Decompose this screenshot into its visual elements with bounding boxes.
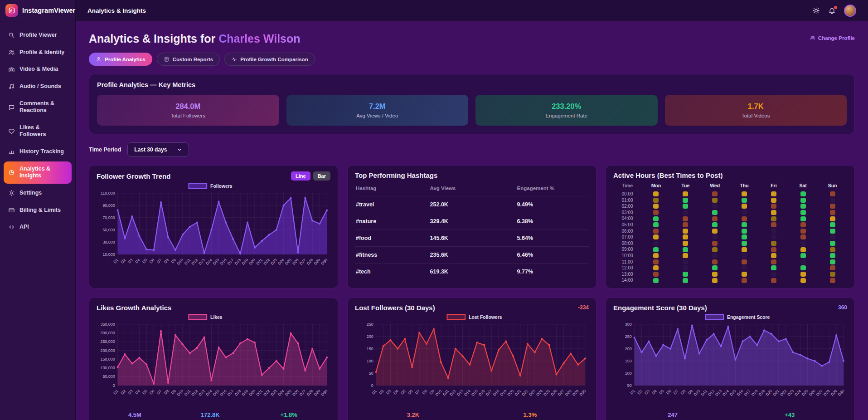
heatmap-cell[interactable] bbox=[830, 222, 835, 227]
heatmap-cell[interactable] bbox=[771, 247, 776, 252]
heatmap-cell[interactable] bbox=[683, 247, 688, 252]
heatmap-cell[interactable] bbox=[712, 222, 718, 227]
table-row[interactable]: #fitness235.6K6.46% bbox=[355, 247, 589, 264]
heatmap-cell[interactable] bbox=[742, 216, 747, 221]
table-row[interactable]: #nature329.4K6.38% bbox=[355, 213, 589, 230]
heatmap-cell[interactable] bbox=[800, 234, 806, 239]
heatmap-cell[interactable] bbox=[712, 204, 718, 209]
heatmap-cell[interactable] bbox=[653, 265, 659, 270]
heatmap-cell[interactable] bbox=[830, 247, 835, 252]
table-row[interactable]: #food145.6K5.64% bbox=[355, 230, 589, 247]
heatmap-cell[interactable] bbox=[712, 229, 718, 234]
heatmap-cell[interactable] bbox=[653, 191, 659, 196]
heatmap-cell[interactable] bbox=[653, 247, 659, 252]
line-toggle-button[interactable]: Line bbox=[291, 171, 310, 181]
heatmap-cell[interactable] bbox=[800, 204, 806, 209]
heatmap-cell[interactable] bbox=[800, 272, 806, 277]
tab-custom-reports[interactable]: Custom Reports bbox=[157, 53, 220, 66]
heatmap-cell[interactable] bbox=[830, 210, 835, 215]
heatmap-cell[interactable] bbox=[771, 222, 776, 227]
heatmap-cell[interactable] bbox=[742, 265, 747, 270]
sidebar-item-video-media[interactable]: Video & Media bbox=[4, 62, 72, 77]
sidebar-item-profile-viewer[interactable]: Profile Viewer bbox=[4, 28, 72, 43]
heatmap-cell[interactable] bbox=[742, 234, 747, 239]
heatmap-cell[interactable] bbox=[712, 210, 718, 215]
heatmap-cell[interactable] bbox=[800, 198, 806, 203]
heatmap-cell[interactable] bbox=[771, 229, 776, 234]
heatmap-cell[interactable] bbox=[830, 265, 835, 270]
app-logo[interactable]: InstagramViewer bbox=[0, 0, 75, 21]
heatmap-cell[interactable] bbox=[742, 247, 747, 252]
heatmap-cell[interactable] bbox=[800, 259, 806, 264]
heatmap-cell[interactable] bbox=[712, 265, 718, 270]
heatmap-cell[interactable] bbox=[771, 216, 776, 221]
heatmap-cell[interactable] bbox=[653, 241, 659, 246]
heatmap-cell[interactable] bbox=[800, 191, 806, 196]
theme-toggle-button[interactable] bbox=[812, 7, 820, 15]
heatmap-cell[interactable] bbox=[742, 204, 747, 209]
heatmap-cell[interactable] bbox=[683, 229, 688, 234]
heatmap-cell[interactable] bbox=[653, 198, 659, 203]
change-profile-link[interactable]: Change Profile bbox=[810, 35, 855, 41]
heatmap-cell[interactable] bbox=[712, 191, 718, 196]
heatmap-cell[interactable] bbox=[683, 259, 688, 264]
heatmap-cell[interactable] bbox=[712, 272, 718, 277]
heatmap-cell[interactable] bbox=[683, 222, 688, 227]
heatmap-cell[interactable] bbox=[800, 247, 806, 252]
heatmap-cell[interactable] bbox=[742, 198, 747, 203]
sidebar-item-audio-sounds[interactable]: Audio / Sounds bbox=[4, 79, 72, 94]
heatmap-cell[interactable] bbox=[830, 272, 835, 277]
heatmap-cell[interactable] bbox=[653, 278, 659, 283]
heatmap-cell[interactable] bbox=[771, 198, 776, 203]
sidebar-item-likes-followers[interactable]: Likes & Followers bbox=[4, 120, 72, 142]
heatmap-cell[interactable] bbox=[653, 272, 659, 277]
heatmap-cell[interactable] bbox=[830, 191, 835, 196]
heatmap-cell[interactable] bbox=[771, 259, 776, 264]
heatmap-cell[interactable] bbox=[712, 234, 718, 239]
heatmap-cell[interactable] bbox=[830, 229, 835, 234]
tab-profile-analytics[interactable]: Profile Analytics bbox=[89, 53, 152, 66]
heatmap-cell[interactable] bbox=[800, 241, 806, 246]
heatmap-cell[interactable] bbox=[683, 265, 688, 270]
user-avatar[interactable] bbox=[844, 5, 856, 17]
heatmap-cell[interactable] bbox=[653, 229, 659, 234]
heatmap-cell[interactable] bbox=[683, 204, 688, 209]
sidebar-item-settings[interactable]: Settings bbox=[4, 186, 72, 201]
heatmap-cell[interactable] bbox=[742, 222, 747, 227]
heatmap-cell[interactable] bbox=[830, 234, 835, 239]
heatmap-cell[interactable] bbox=[830, 216, 835, 221]
heatmap-cell[interactable] bbox=[742, 229, 747, 234]
heatmap-cell[interactable] bbox=[712, 278, 718, 283]
heatmap-cell[interactable] bbox=[683, 253, 688, 258]
heatmap-cell[interactable] bbox=[742, 253, 747, 258]
heatmap-cell[interactable] bbox=[712, 247, 718, 252]
tab-profile-growth-comparison[interactable]: Profile Growth Comparison bbox=[224, 53, 315, 66]
heatmap-cell[interactable] bbox=[830, 241, 835, 246]
heatmap-cell[interactable] bbox=[771, 234, 776, 239]
heatmap-cell[interactable] bbox=[742, 210, 747, 215]
table-row[interactable]: #tech619.3K9.77% bbox=[355, 264, 589, 280]
heatmap-cell[interactable] bbox=[771, 278, 776, 283]
heatmap-cell[interactable] bbox=[800, 210, 806, 215]
heatmap-cell[interactable] bbox=[683, 278, 688, 283]
heatmap-cell[interactable] bbox=[771, 191, 776, 196]
heatmap-cell[interactable] bbox=[683, 191, 688, 196]
heatmap-cell[interactable] bbox=[771, 210, 776, 215]
heatmap-cell[interactable] bbox=[800, 222, 806, 227]
heatmap-cell[interactable] bbox=[712, 259, 718, 264]
sidebar-item-api[interactable]: API bbox=[4, 220, 72, 235]
heatmap-cell[interactable] bbox=[712, 241, 718, 246]
heatmap-cell[interactable] bbox=[830, 204, 835, 209]
bar-toggle-button[interactable]: Bar bbox=[313, 171, 330, 181]
table-row[interactable]: #travel252.0K9.49% bbox=[355, 196, 589, 213]
heatmap-cell[interactable] bbox=[800, 265, 806, 270]
heatmap-cell[interactable] bbox=[800, 216, 806, 221]
heatmap-cell[interactable] bbox=[771, 272, 776, 277]
heatmap-cell[interactable] bbox=[771, 253, 776, 258]
heatmap-cell[interactable] bbox=[742, 191, 747, 196]
heatmap-cell[interactable] bbox=[653, 222, 659, 227]
heatmap-cell[interactable] bbox=[683, 216, 688, 221]
heatmap-cell[interactable] bbox=[653, 204, 659, 209]
heatmap-cell[interactable] bbox=[653, 210, 659, 215]
heatmap-cell[interactable] bbox=[830, 253, 835, 258]
